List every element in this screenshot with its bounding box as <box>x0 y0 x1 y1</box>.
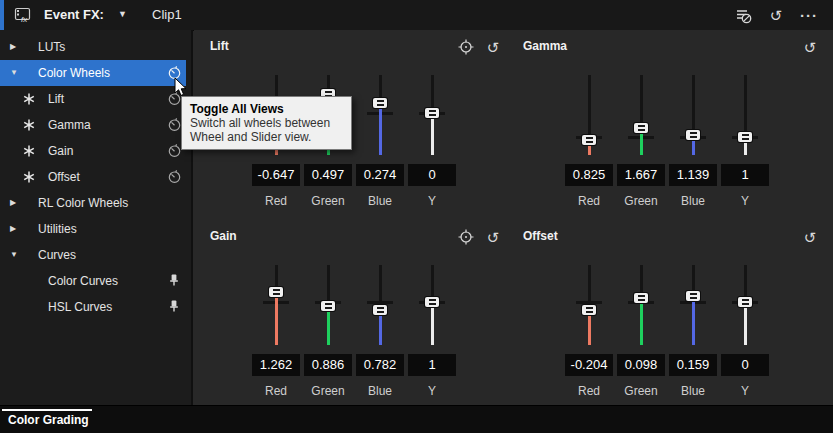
clip-name: Clip1 <box>152 7 182 22</box>
slider-neutral-tick <box>576 301 602 304</box>
value-field-y[interactable]: 1 <box>721 164 769 186</box>
expand-arrow-right-icon[interactable]: ▶ <box>10 42 16 51</box>
slider-handle-y[interactable] <box>738 297 752 307</box>
slider-handle-blue[interactable] <box>373 305 387 315</box>
value-field-green[interactable]: 0.886 <box>304 354 352 376</box>
slider-handle-blue[interactable] <box>686 130 700 140</box>
reset-icon[interactable]: ↺ <box>801 38 819 56</box>
value-field-red[interactable]: 0.825 <box>565 164 613 186</box>
slider-value-line-red <box>275 297 278 345</box>
slider-value-line-red <box>588 145 591 155</box>
slider-handle-blue[interactable] <box>686 291 700 301</box>
channel-label: Green <box>302 194 354 208</box>
channel-label: Green <box>302 384 354 398</box>
slider-handle-blue[interactable] <box>373 98 387 108</box>
value-field-blue[interactable]: 0.782 <box>356 354 404 376</box>
channel-label: Y <box>406 384 458 398</box>
panel-title: Offset <box>523 229 558 243</box>
slider-handle-red[interactable] <box>582 305 596 315</box>
active-tab-indicator <box>2 409 92 411</box>
value-field-blue[interactable]: 1.139 <box>669 164 717 186</box>
value-field-green[interactable]: 0.098 <box>617 354 665 376</box>
sidebar-item-rl-color-wheels[interactable]: ▶RL Color Wheels <box>0 190 191 216</box>
expand-arrow-right-icon[interactable]: ▶ <box>10 224 16 233</box>
value-field-red[interactable]: -0.647 <box>252 164 300 186</box>
chevron-down-icon[interactable]: ▼ <box>118 9 127 19</box>
titlebar: fx Event FX: ▼ Clip1 ↺ ··· <box>0 0 833 31</box>
reset-icon[interactable]: ↺ <box>484 38 502 56</box>
value-field-red[interactable]: 1.262 <box>252 354 300 376</box>
reset-icon[interactable]: ↺ <box>766 5 786 25</box>
sidebar-item-color-curves[interactable]: Color Curves <box>0 268 191 294</box>
slider-value-line-green <box>640 303 643 345</box>
pin-icon[interactable] <box>167 299 181 316</box>
sidebar-item-offset[interactable]: Offset <box>0 164 191 190</box>
sidebar-item-lift[interactable]: Lift <box>0 86 191 112</box>
slider-value-line-y <box>431 118 434 155</box>
sidebar-item-label: Gain <box>48 144 73 158</box>
value-field-y[interactable]: 0 <box>408 164 456 186</box>
reset-icon[interactable]: ↺ <box>484 228 502 246</box>
sidebar-item-label: Color Curves <box>48 274 118 288</box>
sidebar-item-gain[interactable]: Gain <box>0 138 191 164</box>
value-field-y[interactable]: 1 <box>408 354 456 376</box>
sidebar-item-luts[interactable]: ▶LUTs <box>0 34 191 60</box>
value-field-red[interactable]: -0.204 <box>565 354 613 376</box>
slider-handle-green[interactable] <box>321 301 335 311</box>
mouse-cursor <box>174 78 188 102</box>
sidebar-item-color-wheels[interactable]: ▼Color Wheels <box>0 60 191 86</box>
sidebar-item-gamma[interactable]: Gamma <box>0 112 191 138</box>
slider-handle-y[interactable] <box>738 132 752 142</box>
slider-value-line-blue <box>379 315 382 345</box>
tooltip-body-line2: Wheel and Slider view. <box>190 130 343 144</box>
fx-tree-sidebar: ▶LUTs▼Color WheelsLiftGammaGainOffset▶RL… <box>0 30 193 409</box>
expand-arrow-right-icon[interactable]: ▶ <box>10 198 16 207</box>
expand-arrow-down-icon[interactable]: ▼ <box>10 250 18 259</box>
pin-icon[interactable] <box>167 273 181 290</box>
clock-icon[interactable] <box>167 169 182 187</box>
slider-handle-y[interactable] <box>425 297 439 307</box>
tab-color-grading[interactable]: Color Grading <box>8 413 89 427</box>
value-field-blue[interactable]: 0.274 <box>356 164 404 186</box>
slider-value-line-blue <box>692 140 695 155</box>
slider-handle-green[interactable] <box>634 123 648 133</box>
value-field-blue[interactable]: 0.159 <box>669 354 717 376</box>
accent-bar <box>0 0 4 30</box>
panel-title: Gain <box>210 229 237 243</box>
value-field-green[interactable]: 0.497 <box>304 164 352 186</box>
asterisk-icon <box>22 170 36 187</box>
event-fx-window: fx Event FX: ▼ Clip1 ↺ ··· ▶LUTs▼Color W… <box>0 0 833 433</box>
slider-neutral-tick <box>367 301 393 304</box>
slider-handle-red[interactable] <box>582 135 596 145</box>
slider-handle-green[interactable] <box>634 293 648 303</box>
pick-icon[interactable] <box>457 38 475 56</box>
tooltip-body-line1: Switch all wheels between <box>190 116 343 130</box>
value-field-green[interactable]: 1.667 <box>617 164 665 186</box>
sidebar-item-utilities[interactable]: ▶Utilities <box>0 216 191 242</box>
slider-handle-y[interactable] <box>425 108 439 118</box>
color-wheels-panel: Lift↺-0.647Red0.497Green0.274Blue0YGamma… <box>194 30 833 405</box>
slider-value-line-y <box>744 142 747 155</box>
more-options-icon[interactable]: ··· <box>799 5 819 25</box>
slider-value-line-red <box>588 315 591 345</box>
channel-label: Blue <box>354 194 406 208</box>
slider-value-line-blue <box>692 301 695 345</box>
event-fx-icon: fx <box>13 5 33 29</box>
fx-bypass-icon[interactable] <box>733 5 753 25</box>
slider-handle-red[interactable] <box>269 287 283 297</box>
bottom-tab-bar: Color Grading <box>0 405 833 433</box>
reset-icon[interactable]: ↺ <box>801 228 819 246</box>
clock-icon[interactable] <box>167 143 182 161</box>
expand-arrow-down-icon[interactable]: ▼ <box>10 68 18 77</box>
panel-gain: Gain↺1.262Red0.886Green0.782Blue1Y <box>194 220 507 410</box>
sidebar-item-hsl-curves[interactable]: HSL Curves <box>0 294 191 320</box>
value-field-y[interactable]: 0 <box>721 354 769 376</box>
sidebar-item-label: LUTs <box>38 40 65 54</box>
sidebar-item-curves[interactable]: ▼Curves <box>0 242 191 268</box>
channel-label: Y <box>406 194 458 208</box>
pick-icon[interactable] <box>457 228 475 246</box>
panel-offset: Offset↺-0.204Red0.098Green0.159Blue0Y <box>507 220 833 410</box>
clock-icon[interactable] <box>167 117 182 135</box>
channel-label: Red <box>250 384 302 398</box>
sidebar-item-label: Lift <box>48 92 64 106</box>
